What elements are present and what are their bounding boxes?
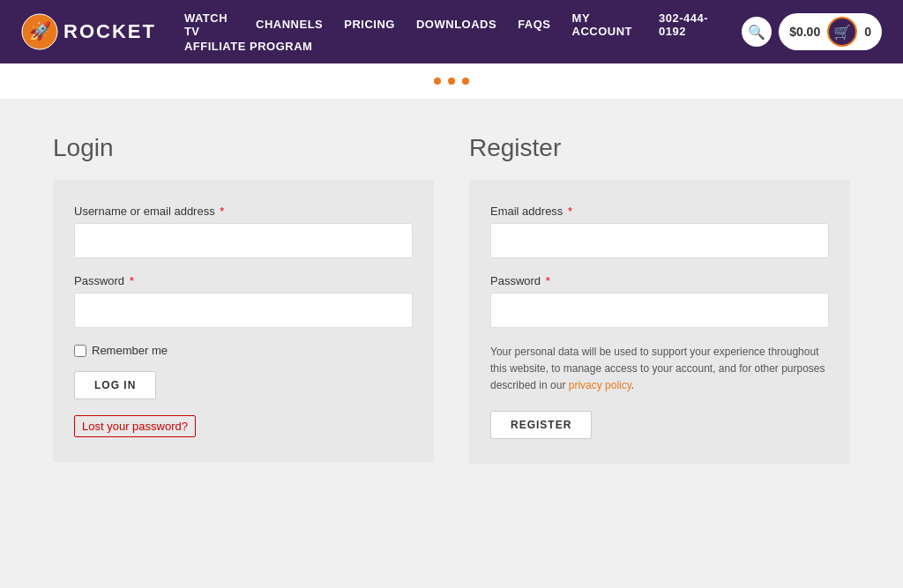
register-title: Register — [469, 134, 850, 162]
nav-row-2: AFFILIATE PROGRAM — [184, 40, 742, 53]
register-password-required: * — [546, 274, 550, 287]
password-required: * — [130, 274, 134, 287]
register-email-input[interactable] — [490, 223, 829, 258]
username-required: * — [220, 205, 224, 218]
privacy-policy-link[interactable]: privacy policy — [569, 379, 631, 391]
search-icon: 🔍 — [748, 24, 765, 41]
nav-link-affiliate[interactable]: AFFILIATE PROGRAM — [184, 40, 312, 53]
remember-label: Remember me — [92, 344, 168, 357]
nav-link-channels[interactable]: CHANNELS — [256, 18, 323, 31]
username-input[interactable] — [74, 223, 413, 258]
login-password-input[interactable] — [74, 293, 413, 328]
username-label: Username or email address * — [74, 205, 413, 218]
cart-icon: 🛒 — [833, 24, 851, 41]
cart-area: $0.00 🛒 0 — [779, 13, 882, 50]
dot-3 — [462, 78, 469, 85]
main-content: Login Username or email address * Passwo… — [0, 99, 903, 517]
hero-dots — [0, 63, 903, 99]
nav-link-faqs[interactable]: FAQS — [518, 18, 550, 31]
login-panel: Login Username or email address * Passwo… — [53, 134, 434, 464]
register-password-label: Password * — [490, 274, 829, 287]
login-button[interactable]: LOG IN — [74, 371, 156, 399]
dot-1 — [434, 78, 441, 85]
register-box: Email address * Password * Your personal… — [469, 180, 850, 464]
register-password-input[interactable] — [490, 293, 829, 328]
password-label: Password * — [74, 274, 413, 287]
cart-price: $0.00 — [789, 25, 820, 39]
nav-link-watch-tv[interactable]: WATCH TV — [184, 11, 235, 38]
dot-2 — [448, 78, 455, 85]
nav-row-1: WATCH TV CHANNELS PRICING DOWNLOADS FAQS… — [184, 11, 742, 38]
svg-text:🚀: 🚀 — [29, 20, 51, 41]
cart-button[interactable]: 🛒 — [827, 17, 857, 47]
lost-password-link[interactable]: Lost your password? — [74, 415, 196, 437]
login-title: Login — [53, 134, 434, 162]
navbar: 🚀 ROCKET WATCH TV CHANNELS PRICING DOWNL… — [0, 0, 903, 63]
login-box: Username or email address * Password * R… — [53, 180, 434, 462]
nav-link-phone[interactable]: 302-444-0192 — [659, 11, 720, 38]
remember-row: Remember me — [74, 344, 413, 357]
navbar-right: 🔍 $0.00 🛒 0 — [742, 13, 882, 50]
nav-link-downloads[interactable]: DOWNLOADS — [416, 18, 496, 31]
register-email-required: * — [568, 205, 572, 218]
privacy-text: Your personal data will be used to suppo… — [490, 344, 829, 395]
rocket-logo-icon: 🚀 — [21, 13, 58, 50]
search-button[interactable]: 🔍 — [742, 17, 772, 47]
nav-link-my-account[interactable]: MY ACCOUNT — [572, 11, 638, 38]
register-panel: Register Email address * Password * Your… — [469, 134, 850, 464]
nav-link-pricing[interactable]: PRICING — [344, 18, 395, 31]
register-email-label: Email address * — [490, 205, 829, 218]
logo-text: ROCKET — [63, 20, 156, 43]
cart-count: 0 — [864, 25, 871, 39]
register-button[interactable]: REGISTER — [490, 411, 592, 439]
remember-checkbox[interactable] — [74, 345, 86, 357]
logo[interactable]: 🚀 ROCKET — [21, 13, 156, 50]
